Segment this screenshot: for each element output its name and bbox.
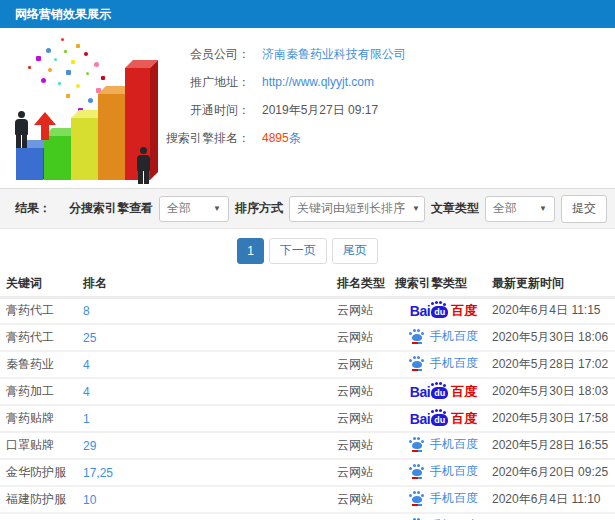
bar-chart-illustration <box>6 36 164 186</box>
page: 网络营销效果展示 会员公司： 济南秦鲁药业科技有限公司 推广地址： http:/… <box>0 0 615 520</box>
site-label: 推广地址： <box>164 74 250 91</box>
engine-cell: Baidu百度 <box>395 297 492 324</box>
rank-type-cell: 云网站 <box>337 324 395 351</box>
column-header-4: 最新更新时间 <box>492 272 615 297</box>
page-button-current[interactable]: 1 <box>237 238 264 264</box>
table-row: 福建防护服10云网站手机百度2020年6月4日 11:10 <box>0 486 615 513</box>
column-header-0: 关键词 <box>0 272 83 297</box>
businessman-figure-right <box>137 147 150 184</box>
keyword-cell: 膏药贴牌 <box>0 405 83 432</box>
rank-link[interactable]: 4 <box>83 358 90 372</box>
chevron-down-icon: ▼ <box>539 204 547 213</box>
baidu-paw-icon <box>409 329 425 344</box>
table-row: 口罩贴牌29云网站手机百度2020年5月28日 16:55 <box>0 432 615 459</box>
result-label: 结果： <box>15 200 51 217</box>
rank-cell: 4 <box>83 378 337 405</box>
column-header-1: 排名 <box>83 272 337 297</box>
rank-link[interactable]: 1 <box>83 412 90 426</box>
rank-count-link[interactable]: 4895条 <box>262 130 301 147</box>
pagination: 1 下一页 尾页 <box>0 229 615 272</box>
article-type-label: 文章类型 <box>431 200 479 217</box>
table-row: 膏药代工25云网站手机百度2020年5月30日 18:06 <box>0 324 615 351</box>
article-type-select[interactable]: 全部▼ <box>485 196 555 222</box>
column-header-3: 搜索引擎类型 <box>395 272 492 297</box>
rank-link[interactable]: 17,25 <box>83 466 113 480</box>
baidu-pc-logo: Baidu百度 <box>410 383 477 401</box>
keyword-cell: 秦鲁药业 <box>0 351 83 378</box>
rank-cell: 8 <box>83 297 337 324</box>
company-info-panel: 会员公司： 济南秦鲁药业科技有限公司 推广地址： http://www.qlyy… <box>164 28 406 188</box>
engine-cell: 手机百度 <box>395 513 492 520</box>
info-section: 会员公司： 济南秦鲁药业科技有限公司 推广地址： http://www.qlyy… <box>0 28 615 188</box>
filter-bar: 结果： 分搜索引擎查看 全部▼ 排序方式 关键词由短到长排序▼ 文章类型 全部▼… <box>0 188 615 229</box>
chevron-down-icon: ▼ <box>412 204 420 213</box>
baidu-mobile-label: 手机百度 <box>430 328 478 345</box>
bar-yellow <box>71 118 98 180</box>
page-title: 网络营销效果展示 <box>15 6 111 23</box>
engine-cell: 手机百度 <box>395 351 492 378</box>
engine-cell: Baidu百度 <box>395 378 492 405</box>
table-row: 手机百度 <box>0 513 615 520</box>
baidu-paw-icon: du <box>431 414 448 426</box>
results-table: 关键词排名排名类型搜索引擎类型最新更新时间 膏药代工8云网站Baidu百度202… <box>0 272 615 520</box>
baidu-mobile-label: 手机百度 <box>430 463 478 480</box>
rank-count-unit: 条 <box>289 131 301 145</box>
rank-cell: 29 <box>83 432 337 459</box>
engine-cell: Baidu百度 <box>395 405 492 432</box>
table-row: 金华防护服17,25云网站手机百度2020年6月20日 09:25 <box>0 459 615 486</box>
baidu-paw-icon <box>409 437 425 452</box>
company-row: 会员公司： 济南秦鲁药业科技有限公司 <box>164 40 406 68</box>
baidu-paw-icon: du <box>431 387 448 399</box>
updated-cell: 2020年5月30日 17:58 <box>492 405 615 432</box>
baidu-mobile-logo: 手机百度 <box>409 436 478 453</box>
rank-type-cell <box>337 513 395 520</box>
site-link[interactable]: http://www.qlyyjt.com <box>262 75 374 89</box>
company-label: 会员公司： <box>164 46 250 63</box>
column-header-2: 排名类型 <box>337 272 395 297</box>
baidu-mobile-logo: 手机百度 <box>409 463 478 480</box>
rank-link[interactable]: 10 <box>83 493 96 507</box>
businessman-figure-left <box>15 111 28 148</box>
keyword-cell: 福建防护服 <box>0 486 83 513</box>
keyword-cell: 膏药加工 <box>0 378 83 405</box>
chevron-down-icon: ▼ <box>213 204 221 213</box>
table-row: 膏药贴牌1云网站Baidu百度2020年5月30日 17:58 <box>0 405 615 432</box>
rank-link[interactable]: 8 <box>83 304 90 318</box>
keyword-cell: 金华防护服 <box>0 459 83 486</box>
baidu-paw-icon: du <box>431 306 448 318</box>
article-type-value: 全部 <box>493 200 517 217</box>
rank-cell: 25 <box>83 324 337 351</box>
baidu-mobile-logo: 手机百度 <box>409 328 478 345</box>
rank-count-row: 搜索引擎排名： 4895条 <box>164 124 406 152</box>
page-button-last[interactable]: 尾页 <box>332 238 378 264</box>
baidu-mobile-label: 手机百度 <box>430 436 478 453</box>
engine-cell: 手机百度 <box>395 432 492 459</box>
engine-view-select[interactable]: 全部▼ <box>159 196 229 222</box>
baidu-bai-text: Bai <box>410 384 430 400</box>
table-header-row: 关键词排名排名类型搜索引擎类型最新更新时间 <box>0 272 615 297</box>
rank-type-cell: 云网站 <box>337 351 395 378</box>
page-button-next[interactable]: 下一页 <box>269 238 327 264</box>
updated-cell <box>492 513 615 520</box>
rank-cell: 10 <box>83 486 337 513</box>
baidu-mobile-label: 手机百度 <box>430 490 478 507</box>
updated-cell: 2020年6月4日 11:15 <box>492 297 615 324</box>
rank-link[interactable]: 4 <box>83 385 90 399</box>
rank-type-cell: 云网站 <box>337 486 395 513</box>
submit-button[interactable]: 提交 <box>561 195 607 223</box>
opened-row: 开通时间： 2019年5月27日 09:17 <box>164 96 406 124</box>
updated-cell: 2020年5月30日 18:06 <box>492 324 615 351</box>
engine-view-value: 全部 <box>167 200 191 217</box>
table-row: 膏药加工4云网站Baidu百度2020年5月30日 18:03 <box>0 378 615 405</box>
rank-link[interactable]: 25 <box>83 331 96 345</box>
sort-select[interactable]: 关键词由短到长排序▼ <box>289 196 425 222</box>
baidu-paw-icon <box>409 356 425 371</box>
baidu-paw-icon <box>409 491 425 506</box>
company-link[interactable]: 济南秦鲁药业科技有限公司 <box>262 46 406 63</box>
updated-cell: 2020年5月30日 18:03 <box>492 378 615 405</box>
bar-green <box>44 136 71 180</box>
engine-cell: 手机百度 <box>395 324 492 351</box>
title-bar: 网络营销效果展示 <box>0 0 615 28</box>
rank-type-cell: 云网站 <box>337 297 395 324</box>
rank-link[interactable]: 29 <box>83 439 96 453</box>
